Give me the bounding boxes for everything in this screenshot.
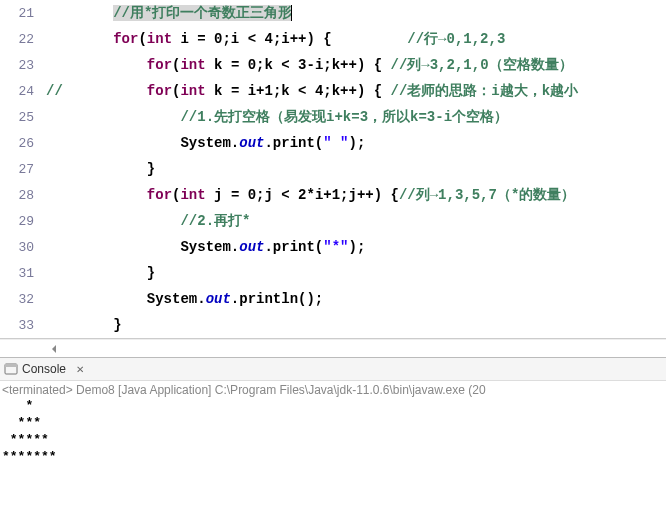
code-content[interactable]: System.out.println(); [46,291,323,307]
code-content[interactable]: } [46,265,155,281]
code-line[interactable]: 26 System.out.print(" "); [0,130,666,156]
line-number: 26 [0,136,46,151]
horizontal-scrollbar[interactable] [0,339,666,357]
code-content[interactable]: for(int j = 0;j < 2*i+1;j++) {//列→1,3,5,… [46,186,575,204]
line-number: 21 [0,6,46,21]
code-line[interactable]: 29 //2.再打* [0,208,666,234]
code-line[interactable]: 33 } [0,312,666,338]
code-line[interactable]: 31 } [0,260,666,286]
line-number: 30 [0,240,46,255]
code-line[interactable]: 32 System.out.println(); [0,286,666,312]
code-content[interactable]: //2.再打* [46,212,250,230]
code-content[interactable]: System.out.print(" "); [46,135,365,151]
line-number: 32 [0,292,46,307]
code-line[interactable]: 27 } [0,156,666,182]
code-line[interactable]: 21 //用*打印一个奇数正三角形 [0,0,666,26]
line-number: 25 [0,110,46,125]
line-number: 31 [0,266,46,281]
scroll-left-arrow[interactable] [46,342,64,356]
text-cursor [291,5,292,21]
line-number: 24 [0,84,46,99]
code-content[interactable]: } [46,161,155,177]
svg-rect-1 [5,364,17,367]
line-number: 27 [0,162,46,177]
line-number: 22 [0,32,46,47]
console-tab-bar: Console ✕ [0,357,666,381]
code-line[interactable]: 30 System.out.print("*"); [0,234,666,260]
close-icon[interactable]: ✕ [76,364,84,375]
code-content[interactable]: // for(int k = i+1;k < 4;k++) { //老师的思路：… [46,82,578,100]
code-content[interactable]: //用*打印一个奇数正三角形 [46,4,292,22]
console-output-line: *** [2,414,664,431]
code-line[interactable]: 28 for(int j = 0;j < 2*i+1;j++) {//列→1,3… [0,182,666,208]
terminated-status-line: <terminated> Demo8 [Java Application] C:… [2,383,664,397]
code-line[interactable]: 24// for(int k = i+1;k < 4;k++) { //老师的思… [0,78,666,104]
code-line[interactable]: 25 //1.先打空格（易发现i+k=3，所以k=3-i个空格） [0,104,666,130]
console-output-line: * [2,397,664,414]
line-number: 29 [0,214,46,229]
code-content[interactable]: for(int i = 0;i < 4;i++) { //行→0,1,2,3 [46,30,505,48]
console-tab-label[interactable]: Console [22,362,66,376]
line-number: 33 [0,318,46,333]
console-output-line: ***** [2,431,664,448]
code-line[interactable]: 22 for(int i = 0;i < 4;i++) { //行→0,1,2,… [0,26,666,52]
console-icon [4,362,18,376]
code-content[interactable]: System.out.print("*"); [46,239,365,255]
line-number: 28 [0,188,46,203]
code-content[interactable]: for(int k = 0;k < 3-i;k++) { //列→3,2,1,0… [46,56,573,74]
code-editor[interactable]: 21 //用*打印一个奇数正三角形22 for(int i = 0;i < 4;… [0,0,666,339]
code-line[interactable]: 23 for(int k = 0;k < 3-i;k++) { //列→3,2,… [0,52,666,78]
line-number: 23 [0,58,46,73]
console-output-line: ******* [2,448,664,465]
code-content[interactable]: } [46,317,122,333]
console-output[interactable]: <terminated> Demo8 [Java Application] C:… [0,381,666,521]
code-content[interactable]: //1.先打空格（易发现i+k=3，所以k=3-i个空格） [46,108,508,126]
